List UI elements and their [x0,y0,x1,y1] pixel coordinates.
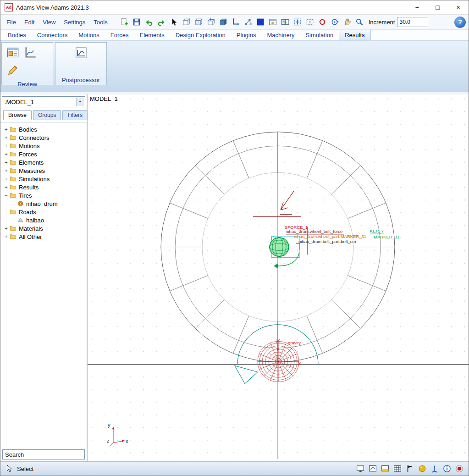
tire-wheel[interactable] [258,341,299,382]
tab-elements[interactable]: Elements [134,30,170,40]
flag-icon[interactable] [405,464,414,473]
redo-icon[interactable] [155,16,168,28]
tree-label: Connectors [19,134,49,141]
selection-rect-icon[interactable] [304,16,316,28]
maximize-button[interactable]: □ [427,0,448,14]
postprocessor-icon[interactable] [75,46,88,59]
front-view-icon[interactable] [180,16,193,28]
info-icon[interactable] [442,464,452,473]
tree-item-elements[interactable]: +Elements [0,158,87,166]
sidebar-tab-filters[interactable]: Filters [62,110,88,120]
undo-icon[interactable] [143,16,155,28]
tree-expander[interactable]: + [3,176,9,182]
tree-item-simulations[interactable]: +Simulations [0,175,87,183]
shaded-cube-icon[interactable] [217,16,230,28]
tab-connectors[interactable]: Connectors [32,30,73,40]
sidebar-tabs: BrowseGroupsFilters [0,108,87,123]
tree-item-results[interactable]: +Results [0,183,87,191]
tree-item-bodies[interactable]: +Bodies [0,125,87,133]
render-window-icon[interactable] [267,16,279,28]
app-window: Ad Adams View Adams 2021.3 − □ × FileEdi… [0,0,469,476]
chevron-down-icon[interactable] [76,98,84,106]
tree-expander[interactable]: + [3,168,9,173]
menu-view[interactable]: View [39,19,60,26]
tree-item-tires[interactable]: −Tires [0,191,87,199]
tree-item-roads[interactable]: −Roads [0,208,87,216]
plot-window-icon[interactable] [368,464,377,473]
tree-expander[interactable]: + [3,143,9,149]
menu-toolbar-row: FileEditViewSettingsTools Increment ? [0,15,469,30]
tree-expander[interactable]: − [3,209,9,215]
tree-expander[interactable]: + [3,151,9,157]
tree-item-nihao-drum[interactable]: nihao_drum [0,199,87,208]
new-model-icon[interactable] [118,16,131,28]
annotate-pencil-icon[interactable] [6,64,19,77]
triad-icon[interactable] [430,464,439,473]
pan-hand-icon[interactable] [341,16,353,28]
tab-simulation[interactable]: Simulation [300,30,339,40]
viewport-canvas[interactable]: SFORCE_1 nihao_drum.wheel_belt_force KER… [88,94,469,461]
tab-motions[interactable]: Motions [73,30,105,40]
tree-expander[interactable]: + [3,160,9,165]
menu-settings[interactable]: Settings [60,19,89,26]
tree-expander[interactable]: + [3,234,9,239]
tab-design-exploration[interactable]: Design Exploration [170,30,231,40]
position-axes-icon[interactable] [230,16,242,28]
menu-file[interactable]: File [2,19,20,26]
tree-expander[interactable]: + [3,127,9,132]
tree-item-forces[interactable]: +Forces [0,150,87,158]
iso-view-icon[interactable] [193,16,205,28]
menu-tools[interactable]: Tools [89,19,111,26]
record-icon[interactable] [455,464,464,473]
workspace-icon[interactable] [381,464,390,473]
tab-machinery[interactable]: Machinery [261,30,300,40]
select-cursor-icon[interactable] [168,16,180,28]
zoom-icon[interactable] [353,16,366,28]
model-selector[interactable]: .MODEL_1 [2,96,85,107]
tab-plugins[interactable]: Plugins [231,30,262,40]
viewport[interactable]: SFORCE_1 nihao_drum.wheel_belt_force KER… [88,94,469,461]
table-grid-icon[interactable] [393,464,402,473]
tree-item-all-other[interactable]: +All Other [0,232,87,241]
tree-expander[interactable]: − [3,193,9,198]
minimize-button[interactable]: − [407,0,427,14]
tab-results[interactable]: Results [339,30,370,40]
display-icon[interactable] [356,464,365,473]
window-title: Adams View Adams 2021.3 [16,4,89,11]
annotation-ker7: KER_7 [370,228,384,233]
tree-item-connectors[interactable]: +Connectors [0,133,87,142]
fit-view-icon[interactable] [292,16,304,28]
save-icon[interactable] [131,16,143,28]
window-controls: − □ × [407,0,469,14]
plot-measure-icon[interactable] [24,46,37,59]
color-swatch-icon[interactable] [254,16,267,28]
tile-windows-icon[interactable] [279,16,292,28]
tree-item-haibao[interactable]: haibao [0,216,87,224]
animation-review-icon[interactable] [6,46,19,59]
review-group-label: Review [2,80,53,89]
help-button[interactable]: ? [454,17,466,28]
ribbon: Review Postprocessor [0,41,469,92]
wheel-hub-sphere[interactable] [270,238,289,256]
increment-input[interactable] [397,17,428,27]
search-input[interactable] [2,449,85,459]
top-view-icon[interactable] [205,16,217,28]
rotate-view-icon[interactable] [329,16,341,28]
tree-expander[interactable]: + [3,226,9,231]
menu-edit[interactable]: Edit [20,19,39,26]
material-sphere-icon[interactable] [418,464,427,473]
sidebar-tab-groups[interactable]: Groups [33,110,61,120]
folder-icon [10,167,17,174]
tree-item-measures[interactable]: +Measures [0,166,87,175]
record-dot-icon[interactable] [316,16,329,28]
tree-expander[interactable]: + [3,135,9,140]
tab-forces[interactable]: Forces [105,30,134,40]
close-button[interactable]: × [448,0,469,14]
tree-item-motions[interactable]: +Motions [0,142,87,150]
tree-expander[interactable]: + [3,184,9,190]
tree-item-materials[interactable]: +Materials [0,224,87,232]
tab-bodies[interactable]: Bodies [2,30,32,40]
sidebar-tab-browse[interactable]: Browse [3,110,32,120]
menubar: FileEditViewSettingsTools [2,19,112,26]
mechanism-icon[interactable] [242,16,254,28]
